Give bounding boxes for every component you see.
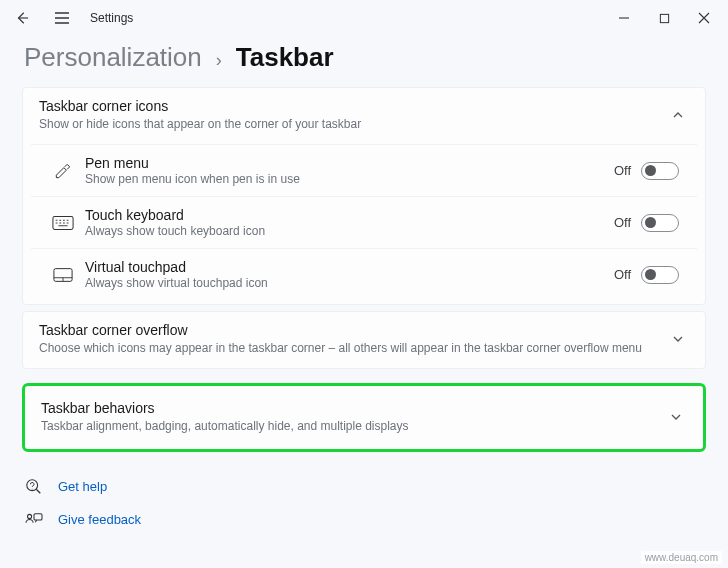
- touchpad-icon: [41, 267, 85, 283]
- watermark: www.deuaq.com: [641, 551, 722, 564]
- section-subtitle: Choose which icons may appear in the tas…: [39, 340, 667, 356]
- svg-rect-0: [660, 14, 668, 22]
- keyboard-icon: [41, 215, 85, 231]
- toggle-pen-menu[interactable]: [641, 162, 679, 180]
- toggle-state-label: Off: [614, 267, 631, 282]
- close-button[interactable]: [684, 0, 724, 36]
- breadcrumb: Personalization › Taskbar: [0, 36, 728, 87]
- setting-pen-menu: Pen menu Show pen menu icon when pen is …: [31, 144, 697, 196]
- section-title: Taskbar corner overflow: [39, 322, 667, 338]
- setting-virtual-touchpad: Virtual touchpad Always show virtual tou…: [31, 248, 697, 304]
- setting-subtitle: Always show virtual touchpad icon: [85, 276, 614, 290]
- back-button[interactable]: [4, 0, 40, 36]
- link-label: Give feedback: [58, 512, 141, 527]
- section-taskbar-behaviors[interactable]: Taskbar behaviors Taskbar alignment, bad…: [22, 383, 706, 451]
- window-title: Settings: [90, 11, 133, 25]
- section-header-corner-icons[interactable]: Taskbar corner icons Show or hide icons …: [23, 88, 705, 144]
- toggle-touch-keyboard[interactable]: [641, 214, 679, 232]
- chevron-right-icon: ›: [216, 50, 222, 71]
- section-subtitle: Show or hide icons that appear on the co…: [39, 116, 667, 132]
- svg-rect-5: [34, 513, 42, 519]
- toggle-virtual-touchpad[interactable]: [641, 266, 679, 284]
- titlebar: Settings: [0, 0, 728, 36]
- setting-title: Pen menu: [85, 155, 614, 171]
- setting-title: Touch keyboard: [85, 207, 614, 223]
- link-label: Get help: [58, 479, 107, 494]
- svg-point-4: [28, 514, 32, 518]
- toggle-state-label: Off: [614, 215, 631, 230]
- hamburger-menu-icon[interactable]: [44, 0, 80, 36]
- setting-title: Virtual touchpad: [85, 259, 614, 275]
- section-taskbar-corner-overflow[interactable]: Taskbar corner overflow Choose which ico…: [22, 311, 706, 369]
- breadcrumb-parent[interactable]: Personalization: [24, 42, 202, 73]
- maximize-button[interactable]: [644, 0, 684, 36]
- give-feedback-link[interactable]: Give feedback: [24, 504, 704, 536]
- section-title: Taskbar behaviors: [41, 400, 665, 416]
- page-title: Taskbar: [236, 42, 334, 73]
- feedback-icon: [24, 512, 44, 528]
- pen-icon: [41, 161, 85, 181]
- footer-links: Get help Give feedback: [0, 458, 728, 536]
- get-help-link[interactable]: Get help: [24, 470, 704, 504]
- chevron-down-icon: [667, 328, 689, 350]
- minimize-button[interactable]: [604, 0, 644, 36]
- section-subtitle: Taskbar alignment, badging, automaticall…: [41, 418, 665, 434]
- setting-subtitle: Always show touch keyboard icon: [85, 224, 614, 238]
- setting-subtitle: Show pen menu icon when pen is in use: [85, 172, 614, 186]
- chevron-down-icon: [665, 406, 687, 428]
- chevron-up-icon: [667, 104, 689, 126]
- setting-touch-keyboard: Touch keyboard Always show touch keyboar…: [31, 196, 697, 248]
- toggle-state-label: Off: [614, 163, 631, 178]
- section-taskbar-corner-icons: Taskbar corner icons Show or hide icons …: [22, 87, 706, 305]
- help-icon: [24, 478, 44, 496]
- section-title: Taskbar corner icons: [39, 98, 667, 114]
